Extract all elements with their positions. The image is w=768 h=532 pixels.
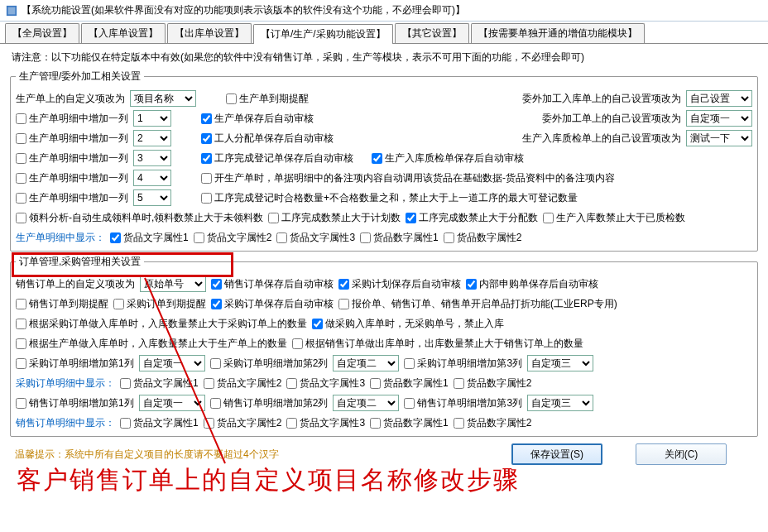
chk-prod-txtattr2[interactable]: 货品文字属性2 [194, 231, 272, 245]
chk-po-numattr2[interactable]: 货品数字属性2 [454, 376, 532, 391]
chk-purchase-due-remind[interactable]: 采购订单到期提醒 [113, 297, 206, 311]
label-so-detail-show: 销售订单明细中显示： [16, 416, 115, 430]
chk-sale-outbound-qty-limit[interactable]: 根据销售订单做出库单时，出库数量禁止大于销售订单上的数量 [292, 337, 583, 351]
chk-prod-addcol-4[interactable]: 生产单明细中增加一列 [16, 171, 128, 185]
select-prod-addcol-2[interactable]: 2 [133, 130, 171, 146]
chk-so-txtattr1[interactable]: 货品文字属性1 [120, 416, 199, 430]
prod-custom-select[interactable]: 项目名称 [130, 90, 196, 107]
tab-order-prod-purchase[interactable]: 【订单/生产/采购功能设置】 [253, 24, 393, 44]
chk-material-pick-limit[interactable]: 领料分析-自动生成领料单时,领料数禁止大于未领料数 [16, 211, 263, 225]
chk-purchase-plan-autoaudit[interactable]: 采购计划保存后自动审核 [338, 277, 461, 291]
chk-prod-save-autoaudit[interactable]: 生产单保存后自动审核 [201, 112, 314, 126]
chk-prodin-qc-autoaudit[interactable]: 生产入库质检单保存后自动审核 [372, 151, 524, 165]
group-production: 生产管理/委外加工相关设置 生产单上的自定义项改为 项目名称 生产单到期提醒 委… [10, 69, 758, 252]
chk-po-detail-addcol2[interactable]: 采购订单明细增加第2列 [210, 357, 329, 371]
select-outsourcing-inbound-custom[interactable]: 自己设置 [686, 90, 752, 107]
chk-so-detail-addcol3[interactable]: 销售订单明细增加第3列 [404, 396, 522, 410]
chk-sale-due-remind[interactable]: 销售订单到期提醒 [16, 297, 108, 311]
select-po-detail-addcol1[interactable]: 自定项一 [139, 355, 205, 371]
chk-po-txtattr2[interactable]: 货品文字属性2 [204, 376, 282, 391]
select-prodin-qc-custom[interactable]: 测试一下 [686, 130, 752, 146]
chk-prod-addcol-1[interactable]: 生产单明细中增加一列 [16, 112, 128, 126]
group-order-purchase-legend: 订单管理,采购管理相关设置 [16, 255, 144, 269]
chk-purchase-inbound-qty-limit[interactable]: 根据采购订单做入库单时，入库数量禁止大于采购订单上的数量 [16, 317, 307, 331]
select-so-detail-addcol1[interactable]: 自定项一 [139, 395, 205, 411]
chk-process-done-le-assign[interactable]: 工序完成数禁止大于分配数 [406, 211, 538, 225]
chk-worker-assign-autoaudit[interactable]: 工人分配单保存后自动审核 [201, 132, 334, 146]
close-button[interactable]: 关闭(C) [636, 443, 727, 465]
chk-so-numattr1[interactable]: 货品数字属性1 [370, 416, 449, 430]
save-button[interactable]: 保存设置(S) [511, 443, 602, 465]
tab-global[interactable]: 【全局设置】 [5, 23, 79, 43]
chk-so-txtattr2[interactable]: 货品文字属性2 [204, 416, 282, 430]
prod-custom-label: 生产单上的自定义项改为 [16, 92, 125, 106]
chk-internal-req-autoaudit[interactable]: 内部申购单保存后自动审核 [466, 277, 598, 291]
window-titlebar: 【系统功能设置(如果软件界面没有对应的功能项则表示该版本的软件没有这个功能，不必… [0, 0, 768, 22]
chk-sale-save-autoaudit[interactable]: 销售订单保存后自动审核 [211, 277, 334, 291]
annotation-text: 客户销售订单上的自定义项目名称修改步骤 [17, 463, 520, 497]
chk-so-detail-addcol2[interactable]: 销售订单明细增加第2列 [210, 396, 329, 410]
select-prod-addcol-4[interactable]: 4 [133, 170, 171, 186]
tab-outbound[interactable]: 【出库单设置】 [167, 23, 252, 43]
chk-po-detail-addcol3[interactable]: 采购订单明细增加第3列 [404, 357, 522, 371]
select-prod-addcol-5[interactable]: 5 [133, 189, 171, 206]
select-so-detail-addcol2[interactable]: 自定项二 [333, 395, 399, 411]
sale-custom-select[interactable]: 原始单号 [140, 276, 206, 292]
chk-prod-txtattr3[interactable]: 货品文字属性3 [276, 231, 355, 245]
chk-po-numattr1[interactable]: 货品数字属性1 [370, 376, 449, 391]
chk-prod-numattr2[interactable]: 货品数字属性2 [444, 231, 522, 245]
window-title: 【系统功能设置(如果软件界面没有对应的功能项则表示该版本的软件没有这个功能，不必… [22, 3, 465, 17]
chk-prod-inbound-qty-limit[interactable]: 根据生产单做入库单时，入库数量禁止大于生产单上的数量 [16, 337, 287, 351]
chk-process-done-le-plan[interactable]: 工序完成数禁止大于计划数 [268, 211, 401, 225]
select-outsourcing-custom[interactable]: 自定项一 [686, 110, 752, 127]
select-po-detail-addcol2[interactable]: 自定项二 [333, 355, 399, 371]
select-prod-addcol-3[interactable]: 3 [133, 150, 171, 166]
chk-purchase-save-autoaudit[interactable]: 采购订单保存后自动审核 [211, 297, 334, 311]
chk-po-detail-addcol1[interactable]: 采购订单明细增加第1列 [16, 357, 134, 371]
chk-po-txtattr3[interactable]: 货品文字属性3 [286, 376, 365, 391]
tab-addon-modules[interactable]: 【按需要单独开通的增值功能模块】 [471, 23, 645, 43]
app-icon [5, 4, 18, 17]
select-so-detail-addcol3[interactable]: 自定项三 [527, 395, 593, 411]
select-prod-addcol-1[interactable]: 1 [133, 110, 171, 127]
chk-prod-remark-autofill[interactable]: 开生产单时，单据明细中的备注项内容自动调用该货品在基础数据-货品资料中的备注项内… [201, 171, 615, 185]
label-po-detail-show: 采购订单明细中显示： [16, 376, 115, 391]
chk-process-qty-limit[interactable]: 工序完成登记时合格数量+不合格数量之和，禁止大于上一道工序的最大可登记数量 [201, 191, 578, 205]
chk-prod-addcol-2[interactable]: 生产单明细中增加一列 [16, 132, 128, 146]
tab-strip: 【全局设置】 【入库单设置】 【出库单设置】 【订单/生产/采购功能设置】 【其… [0, 22, 768, 43]
page-notice: 请注意：以下功能仅在特定版本中有效(如果您的软件中没有销售订单，采购，生产等模块… [12, 50, 760, 65]
chk-prod-addcol-3[interactable]: 生产单明细中增加一列 [16, 151, 128, 165]
chk-purchase-inbound-require-po[interactable]: 做采购入库单时，无采购单号，禁止入库 [312, 317, 504, 331]
chk-quote-discount-industry[interactable]: 报价单、销售订单、销售单开启单品打折功能(工业ERP专用) [338, 297, 617, 311]
group-production-legend: 生产管理/委外加工相关设置 [16, 69, 144, 84]
tab-other[interactable]: 【其它设置】 [395, 23, 469, 43]
chk-so-detail-addcol1[interactable]: 销售订单明细增加第1列 [16, 396, 134, 410]
svg-rect-1 [8, 7, 16, 14]
label-outsourcing-inbound-custom: 委外加工入库单上的自己设置项改为 [522, 92, 681, 106]
chk-prodin-le-qc[interactable]: 生产入库数禁止大于已质检数 [543, 211, 685, 225]
chk-prod-due-remind[interactable]: 生产单到期提醒 [226, 92, 309, 106]
select-po-detail-addcol3[interactable]: 自定项三 [527, 355, 593, 371]
chk-prod-numattr1[interactable]: 货品数字属性1 [360, 231, 439, 245]
warm-hint: 温馨提示：系统中所有自定义项目的长度请不要超过4个汉字 [15, 448, 279, 462]
sale-custom-label: 销售订单上的自定义项改为 [16, 277, 135, 291]
chk-so-txtattr3[interactable]: 货品文字属性3 [286, 416, 365, 430]
chk-so-numattr2[interactable]: 货品数字属性2 [454, 416, 532, 430]
page-content: 请注意：以下功能仅在特定版本中有效(如果您的软件中没有销售订单，采购，生产等模块… [0, 44, 768, 472]
tab-inbound[interactable]: 【入库单设置】 [81, 23, 166, 43]
label-prod-detail-show: 生产单明细中显示： [16, 231, 105, 245]
chk-prod-addcol-5[interactable]: 生产单明细中增加一列 [16, 191, 128, 205]
chk-po-txtattr1[interactable]: 货品文字属性1 [120, 376, 199, 391]
label-prodin-qc-custom: 生产入库质检单上的自己设置项改为 [522, 132, 681, 146]
group-order-purchase: 订单管理,采购管理相关设置 销售订单上的自定义项改为 原始单号 销售订单保存后自… [10, 255, 758, 437]
label-outsourcing-custom: 委外加工单上的自己设置项改为 [542, 112, 681, 126]
chk-process-complete-autoaudit[interactable]: 工序完成登记单保存后自动审核 [201, 151, 353, 165]
chk-prod-txtattr1[interactable]: 货品文字属性1 [110, 231, 189, 245]
